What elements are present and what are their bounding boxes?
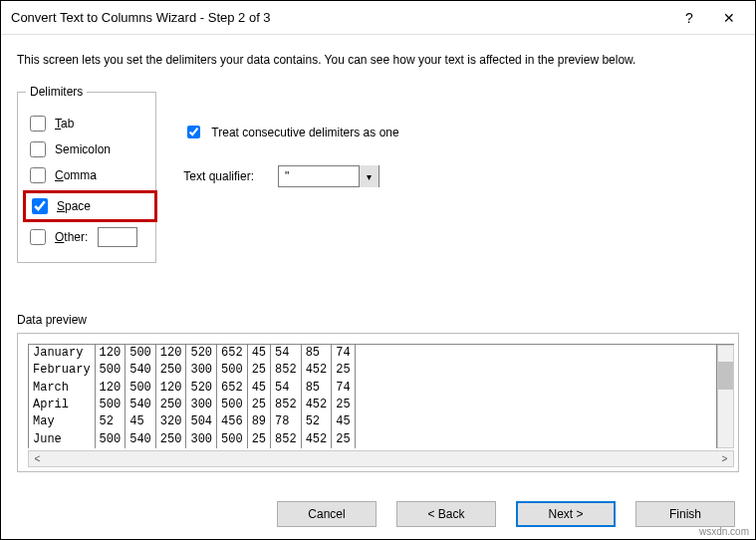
delimiter-semicolon-label[interactable]: Semicolon xyxy=(55,142,111,156)
treat-consecutive-checkbox[interactable] xyxy=(187,126,200,138)
delimiter-semicolon-checkbox[interactable] xyxy=(30,141,46,157)
table-cell: 120 xyxy=(155,380,186,397)
table-cell: 652 xyxy=(217,345,248,362)
next-button[interactable]: Next > xyxy=(516,501,616,527)
table-cell: 520 xyxy=(186,345,217,362)
delimiter-space-checkbox[interactable] xyxy=(32,198,48,214)
table-row: May524532050445689785245 xyxy=(29,413,717,430)
table-row: February5005402503005002585245225 xyxy=(29,362,717,379)
table-cell: 500 xyxy=(126,345,156,362)
delimiter-comma-label[interactable]: Comma xyxy=(55,168,97,182)
back-button[interactable]: < Back xyxy=(396,501,496,527)
table-cell: 504 xyxy=(186,413,217,430)
cancel-button[interactable]: Cancel xyxy=(277,501,377,527)
delimiters-legend: Delimiters xyxy=(26,85,87,99)
vertical-scrollbar[interactable] xyxy=(717,345,734,448)
table-cell: 54 xyxy=(271,380,302,397)
table-cell: 52 xyxy=(95,413,126,430)
treat-consecutive-label[interactable]: Treat consecutive delimiters as one xyxy=(211,126,398,139)
button-bar: Cancel < Back Next > Finish xyxy=(277,501,735,527)
delimiter-other-checkbox[interactable] xyxy=(30,229,46,245)
chevron-down-icon[interactable]: ▾ xyxy=(359,165,378,187)
table-cell: January xyxy=(29,345,95,362)
table-cell: 520 xyxy=(186,380,217,397)
delimiter-semicolon-row: Semicolon xyxy=(26,138,147,160)
table-cell: 852 xyxy=(271,397,302,413)
table-cell: 52 xyxy=(301,413,332,430)
table-cell: April xyxy=(29,397,95,413)
scroll-left-icon[interactable]: < xyxy=(29,453,46,464)
scroll-right-icon[interactable]: > xyxy=(716,453,733,464)
table-cell: 500 xyxy=(217,362,248,379)
table-cell: May xyxy=(29,413,95,430)
table-cell: 452 xyxy=(301,362,332,379)
delimiter-other-row: Other: xyxy=(26,226,147,248)
delimiter-tab-label[interactable]: Tab xyxy=(55,117,74,131)
table-cell: 120 xyxy=(155,345,186,362)
delimiters-group: Delimiters Tab Semicolon Comma Space Oth… xyxy=(17,85,156,263)
table-cell: 852 xyxy=(271,362,302,379)
table-row: April5005402503005002585245225 xyxy=(29,397,717,413)
delimiter-other-input[interactable] xyxy=(98,227,137,247)
table-cell: 45 xyxy=(247,345,270,362)
window-title: Convert Text to Columns Wizard - Step 2 … xyxy=(11,10,669,25)
delimiter-other-label[interactable]: Other: xyxy=(55,230,88,244)
preview-scroll-area: January12050012052065245548574February50… xyxy=(28,344,734,448)
preview-box: January12050012052065245548574February50… xyxy=(17,333,739,472)
table-cell: 85 xyxy=(301,345,332,362)
table-cell: 652 xyxy=(217,380,248,397)
help-button[interactable]: ? xyxy=(669,1,709,35)
table-row: June5005402503005002585245225 xyxy=(29,431,717,448)
delimiter-tab-checkbox[interactable] xyxy=(30,116,46,132)
preview-section: Data preview January12050012052065245548… xyxy=(17,313,739,472)
table-cell: 500 xyxy=(95,397,126,413)
table-cell: 500 xyxy=(95,431,126,448)
table-cell: 452 xyxy=(301,397,332,413)
table-cell: 452 xyxy=(301,431,332,448)
table-cell: 500 xyxy=(217,397,248,413)
table-cell: 456 xyxy=(217,413,248,430)
table-cell: 500 xyxy=(126,380,156,397)
scrollbar-thumb[interactable] xyxy=(718,362,733,390)
horizontal-scrollbar[interactable]: < > xyxy=(28,450,734,467)
table-cell: 250 xyxy=(155,362,186,379)
table-cell: 540 xyxy=(126,362,156,379)
watermark: wsxdn.com xyxy=(699,526,749,537)
table-cell: 540 xyxy=(126,397,156,413)
delimiter-space-label[interactable]: Space xyxy=(57,199,91,213)
close-button[interactable]: ✕ xyxy=(709,1,749,35)
table-cell: 45 xyxy=(247,380,270,397)
text-qualifier-dropdown[interactable]: " ▾ xyxy=(278,165,379,187)
table-cell: 540 xyxy=(126,431,156,448)
titlebar: Convert Text to Columns Wizard - Step 2 … xyxy=(1,1,755,35)
wizard-dialog: Convert Text to Columns Wizard - Step 2 … xyxy=(0,0,756,540)
table-cell: 85 xyxy=(301,380,332,397)
delimiter-comma-checkbox[interactable] xyxy=(30,167,46,183)
table-cell: 250 xyxy=(155,397,186,413)
table-cell: 45 xyxy=(332,413,355,430)
description-text: This screen lets you set the delimiters … xyxy=(17,53,739,67)
table-cell: 500 xyxy=(95,362,126,379)
treat-consecutive-row: Treat consecutive delimiters as one xyxy=(183,123,398,141)
table-cell: 250 xyxy=(155,431,186,448)
text-qualifier-label: Text qualifier: xyxy=(183,169,254,183)
table-cell: 25 xyxy=(332,431,355,448)
table-cell: 25 xyxy=(247,431,270,448)
table-cell: 120 xyxy=(95,380,126,397)
table-cell: 320 xyxy=(155,413,186,430)
table-cell: 25 xyxy=(332,397,355,413)
table-cell: February xyxy=(29,362,95,379)
table-cell: 74 xyxy=(332,345,355,362)
finish-button[interactable]: Finish xyxy=(635,501,735,527)
table-cell: 78 xyxy=(271,413,302,430)
table-cell: 25 xyxy=(332,362,355,379)
table-cell: 89 xyxy=(247,413,270,430)
table-row: January12050012052065245548574 xyxy=(29,345,717,362)
table-cell: 25 xyxy=(247,362,270,379)
content-area: This screen lets you set the delimiters … xyxy=(1,35,755,482)
options-panel: Treat consecutive delimiters as one Text… xyxy=(183,85,398,211)
preview-legend: Data preview xyxy=(17,313,739,327)
table-cell: 54 xyxy=(271,345,302,362)
table-cell: 300 xyxy=(186,362,217,379)
table-cell: March xyxy=(29,380,95,397)
